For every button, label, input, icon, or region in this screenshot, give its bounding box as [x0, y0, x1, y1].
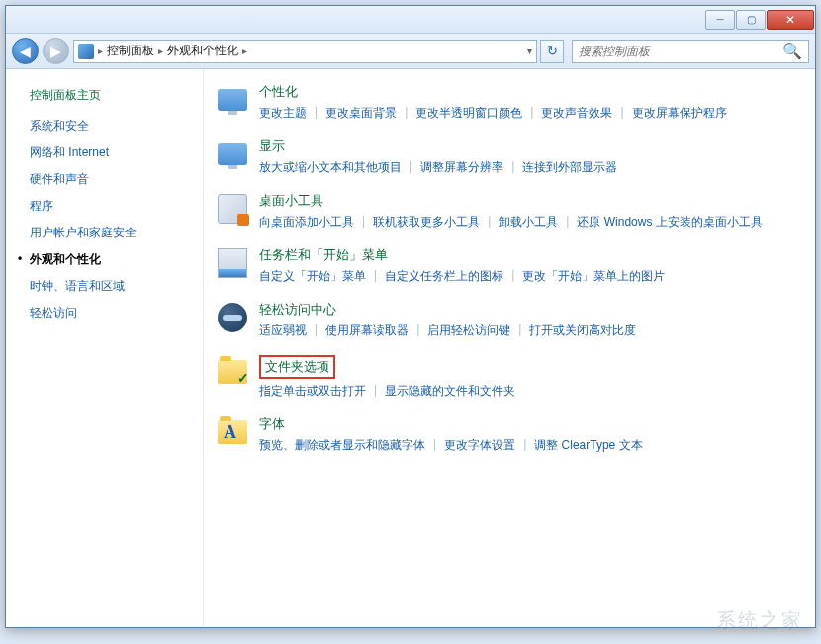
sidebar-item-7[interactable]: 轻松访问: [30, 305, 203, 322]
folder-options-icon: [218, 360, 247, 384]
sidebar-item-0[interactable]: 系统和安全: [30, 118, 203, 135]
category-5: 文件夹选项指定单击或双击打开|显示隐藏的文件和文件夹: [216, 355, 815, 400]
separator: |: [511, 159, 514, 176]
separator: |: [405, 105, 408, 122]
category-title[interactable]: 桌面小工具: [259, 192, 815, 210]
chevron-icon: ▸: [98, 46, 103, 56]
category-body: 个性化更改主题|更改桌面背景|更改半透明窗口颜色|更改声音效果|更改屏幕保护程序: [259, 83, 815, 122]
category-link[interactable]: 启用轻松访问键: [427, 322, 510, 339]
category-link[interactable]: 指定单击或双击打开: [259, 383, 366, 400]
category-title[interactable]: 字体: [259, 415, 815, 433]
refresh-button[interactable]: ↻: [540, 40, 564, 63]
category-link[interactable]: 更改屏幕保护程序: [632, 105, 727, 122]
minimize-button[interactable]: ─: [705, 10, 735, 30]
separator: |: [362, 214, 365, 230]
font-folder-icon: [218, 420, 247, 444]
category-1: 显示放大或缩小文本和其他项目|调整屏幕分辨率|连接到外部显示器: [216, 138, 815, 176]
category-link[interactable]: 更改「开始」菜单上的图片: [522, 268, 665, 285]
category-body: 显示放大或缩小文本和其他项目|调整屏幕分辨率|连接到外部显示器: [259, 138, 815, 176]
close-button[interactable]: ✕: [767, 10, 814, 30]
separator: |: [315, 322, 318, 339]
sidebar-item-6[interactable]: 时钟、语言和区域: [30, 278, 203, 295]
separator: |: [488, 214, 491, 230]
category-icon: [216, 355, 249, 389]
category-link[interactable]: 联机获取更多小工具: [373, 214, 480, 230]
category-link[interactable]: 更改字体设置: [444, 437, 515, 454]
category-icon: [216, 246, 249, 280]
category-body: 桌面小工具向桌面添加小工具|联机获取更多小工具|卸载小工具|还原 Windows…: [259, 192, 815, 230]
category-link[interactable]: 预览、删除或者显示和隐藏字体: [259, 437, 425, 454]
separator: |: [511, 268, 514, 285]
category-link[interactable]: 还原 Windows 上安装的桌面小工具: [577, 214, 762, 230]
category-links: 更改主题|更改桌面背景|更改半透明窗口颜色|更改声音效果|更改屏幕保护程序: [259, 105, 815, 122]
category-6: 字体预览、删除或者显示和隐藏字体|更改字体设置|调整 ClearType 文本: [216, 415, 815, 454]
category-3: 任务栏和「开始」菜单自定义「开始」菜单|自定义任务栏上的图标|更改「开始」菜单上…: [216, 246, 815, 285]
category-link[interactable]: 更改声音效果: [541, 105, 612, 122]
sidebar-item-1[interactable]: 网络和 Internet: [30, 144, 203, 161]
search-bar[interactable]: 🔍: [572, 40, 809, 63]
category-title[interactable]: 文件夹选项: [259, 355, 815, 383]
category-0: 个性化更改主题|更改桌面背景|更改半透明窗口颜色|更改声音效果|更改屏幕保护程序: [216, 83, 815, 122]
sidebar-item-5[interactable]: 外观和个性化: [30, 251, 203, 268]
category-link[interactable]: 放大或缩小文本和其他项目: [259, 159, 402, 176]
category-link[interactable]: 使用屏幕读取器: [325, 322, 409, 339]
category-link[interactable]: 向桌面添加小工具: [259, 214, 354, 230]
category-title[interactable]: 个性化: [259, 83, 815, 101]
category-link[interactable]: 适应弱视: [259, 322, 307, 339]
gadget-icon: [218, 194, 247, 224]
sidebar-home[interactable]: 控制面板主页: [30, 87, 203, 104]
category-link[interactable]: 调整屏幕分辨率: [420, 159, 503, 176]
separator: |: [620, 105, 623, 122]
category-title[interactable]: 任务栏和「开始」菜单: [259, 246, 815, 264]
breadcrumb-root[interactable]: 控制面板: [107, 43, 154, 59]
navbar: ◀ ▶ ▸ 控制面板 ▸ 外观和个性化 ▸ ▾ ↻ 🔍: [6, 34, 815, 69]
content-area: 控制面板主页 系统和安全网络和 Internet硬件和声音程序用户帐户和家庭安全…: [6, 69, 815, 627]
search-input[interactable]: [579, 45, 782, 58]
category-link[interactable]: 显示隐藏的文件和文件夹: [385, 383, 515, 400]
category-2: 桌面小工具向桌面添加小工具|联机获取更多小工具|卸载小工具|还原 Windows…: [216, 192, 815, 230]
category-link[interactable]: 卸载小工具: [499, 214, 558, 230]
category-icon: [216, 83, 249, 117]
address-bar[interactable]: ▸ 控制面板 ▸ 外观和个性化 ▸ ▾: [73, 40, 537, 63]
category-link[interactable]: 自定义任务栏上的图标: [385, 268, 503, 285]
separator: |: [433, 437, 436, 454]
sidebar-item-2[interactable]: 硬件和声音: [30, 171, 203, 188]
separator: |: [566, 214, 569, 230]
category-link[interactable]: 连接到外部显示器: [522, 159, 617, 176]
maximize-button[interactable]: ▢: [736, 10, 766, 30]
category-icon: [216, 192, 249, 226]
back-button[interactable]: ◀: [12, 38, 39, 64]
separator: |: [374, 383, 377, 400]
main-panel: 个性化更改主题|更改桌面背景|更改半透明窗口颜色|更改声音效果|更改屏幕保护程序…: [204, 69, 815, 627]
category-link[interactable]: 调整 ClearType 文本: [534, 437, 642, 454]
separator: |: [315, 105, 318, 122]
titlebar: ─ ▢ ✕: [6, 6, 815, 34]
dropdown-icon[interactable]: ▾: [527, 46, 532, 56]
category-body: 轻松访问中心适应弱视|使用屏幕读取器|启用轻松访问键|打开或关闭高对比度: [259, 301, 815, 339]
forward-button[interactable]: ▶: [43, 38, 69, 64]
category-link[interactable]: 更改主题: [259, 105, 307, 122]
separator: |: [518, 322, 521, 339]
monitor-icon: [218, 89, 247, 111]
category-title[interactable]: 显示: [259, 138, 815, 155]
taskbar-icon: [218, 248, 247, 278]
category-icon: [216, 415, 249, 449]
category-link[interactable]: 打开或关闭高对比度: [529, 322, 636, 339]
separator: |: [410, 159, 412, 176]
control-panel-icon: [78, 44, 94, 59]
search-icon[interactable]: 🔍: [782, 42, 802, 60]
sidebar-item-3[interactable]: 程序: [30, 198, 203, 215]
category-links: 放大或缩小文本和其他项目|调整屏幕分辨率|连接到外部显示器: [259, 159, 815, 176]
separator: |: [416, 322, 419, 339]
category-link[interactable]: 更改半透明窗口颜色: [415, 105, 522, 122]
category-title[interactable]: 轻松访问中心: [259, 301, 815, 319]
sidebar-item-4[interactable]: 用户帐户和家庭安全: [30, 225, 203, 241]
category-link[interactable]: 自定义「开始」菜单: [259, 268, 366, 285]
category-link[interactable]: 更改桌面背景: [325, 105, 397, 122]
breadcrumb-current[interactable]: 外观和个性化: [167, 43, 238, 59]
control-panel-window: ─ ▢ ✕ ◀ ▶ ▸ 控制面板 ▸ 外观和个性化 ▸ ▾ ↻ 🔍 控制面板主页…: [5, 5, 816, 628]
sidebar: 控制面板主页 系统和安全网络和 Internet硬件和声音程序用户帐户和家庭安全…: [6, 69, 204, 627]
category-links: 预览、删除或者显示和隐藏字体|更改字体设置|调整 ClearType 文本: [259, 437, 815, 454]
separator: |: [523, 437, 526, 454]
monitor-icon: [218, 143, 247, 165]
